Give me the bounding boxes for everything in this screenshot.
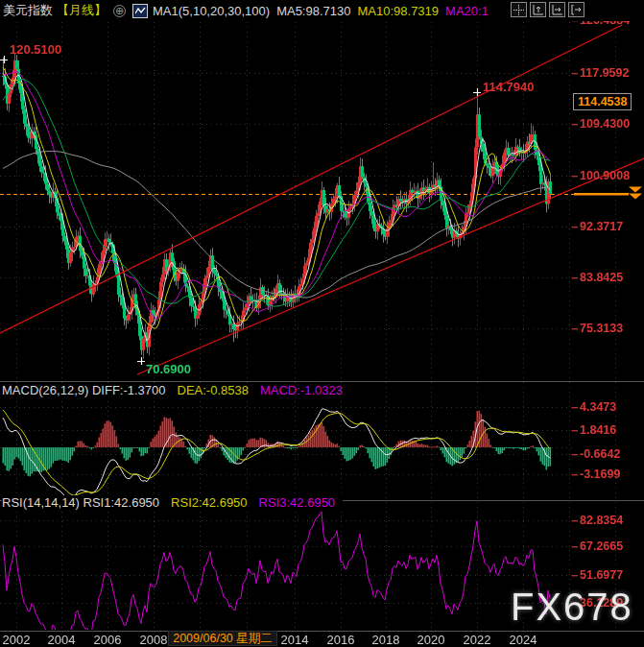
macd-indicator-row: MACD(26,12,9) DIFF:-1.3700 DEA:-0.8538 M… [2,383,350,397]
ma5-value: MA5:98.7130 [276,4,350,18]
rsi3-value: RSI3:42.6950 [259,495,336,510]
zoom-horizontal-icon[interactable] [549,2,565,17]
annotation-all-time-high: 120.5100 [10,42,61,57]
price-axis-label: 109.4300 [580,117,630,131]
macd-axis-label: 1.8416 [580,423,616,437]
time-axis-label: 2018 [372,633,400,647]
chart-type-icon[interactable] [132,4,148,18]
rsi-name-label: RSI(14,14,14) RSI1:42.6950 [2,495,159,510]
time-axis-label: 2024 [510,633,537,647]
price-axis-highlight-label: 114.4538 [573,93,632,110]
chart-toolbar [511,2,584,17]
zoom-vertical-icon[interactable] [530,2,546,17]
time-axis-label: 2022 [464,633,491,647]
time-axis-label: 2008 [140,633,168,647]
macd-axis-label: -3.1699 [580,467,620,481]
expand-right-icon[interactable] [568,2,584,17]
macd-name-label: MACD(26,12,9) DIFF:-1.3700 [2,383,166,397]
rsi-indicator-row: RSI(14,14,14) RSI1:42.6950 RSI2:42.6950 … [2,495,343,510]
pan-move-icon[interactable] [511,2,527,17]
add-indicator-icon[interactable]: ⊕ [113,5,126,17]
macd-axis-label: -0.6642 [580,447,620,461]
macd-dea-value: DEA:-0.8538 [178,383,249,397]
rsi-axis-label: 51.6977 [580,568,623,582]
time-axis-label: 2002 [3,633,31,647]
rsi-axis-label: 67.2665 [580,539,623,553]
macd-axis-label: 4.3473 [580,400,616,414]
time-axis-label: 2004 [48,633,76,647]
crosshair-date-readout: 2009/06/30 星期二 [168,631,277,646]
time-axis-label: 2016 [327,633,355,647]
price-axis-label: 83.8425 [580,271,623,284]
ma10-value: MA10:98.7319 [357,4,439,18]
rsi-axis-label: 36.1289 [580,596,623,610]
symbol-title: 美元指数 [3,2,53,19]
annotation-all-time-low: 70.6900 [146,362,191,376]
macd-macd-value: MACD:-1.0323 [260,383,343,397]
price-axis-label: 75.3133 [580,322,623,335]
ma20-value: MA20:1 [445,4,489,18]
time-axis-label: 2020 [417,633,445,647]
period-selector[interactable]: 【月线】 [57,2,107,19]
rsi2-value: RSI2:42.6950 [171,495,248,510]
price-axis-label: 92.3717 [580,220,623,233]
chart-canvas[interactable] [0,0,644,647]
time-axis-label: 2006 [94,633,122,647]
ma-group-label: MA1(5,10,20,30,100) [153,4,270,18]
time-axis-label: 2014 [281,633,309,647]
price-axis-label: 100.9008 [580,169,630,182]
chart-application-window: 美元指数 【月线】 ⊕ MA1(5,10,20,30,100) MA5:98.7… [0,0,644,647]
annotation-2022-high: 114.7940 [483,80,535,94]
price-axis-label: 117.9592 [580,66,629,80]
rsi-axis-label: 82.8354 [580,514,623,527]
